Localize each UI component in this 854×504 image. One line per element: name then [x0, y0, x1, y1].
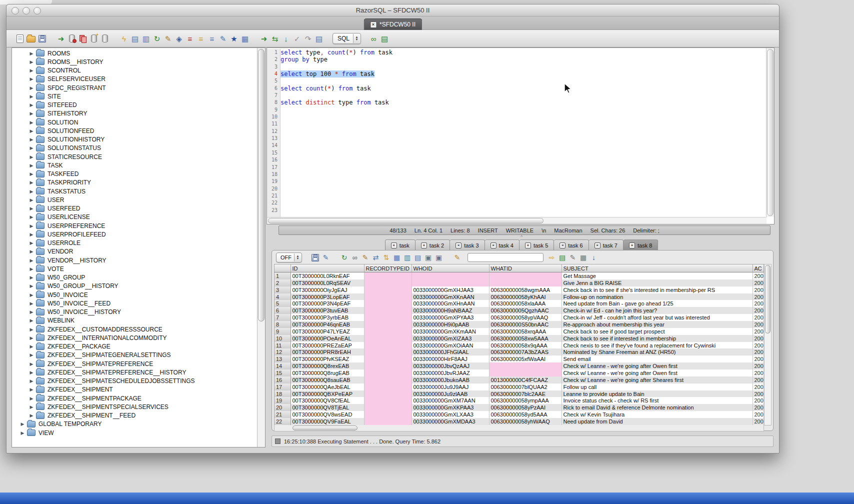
tab-task-8[interactable]: ×task 8: [624, 240, 658, 251]
disclosure-triangle-icon[interactable]: ▶: [28, 120, 35, 125]
row-number[interactable]: 20: [274, 404, 290, 411]
tree-vertical-scrollbar[interactable]: [257, 48, 265, 447]
editor-line[interactable]: [280, 92, 766, 99]
disclosure-triangle-icon[interactable]: ▶: [28, 180, 35, 185]
disclosure-triangle-icon[interactable]: ▶: [28, 362, 35, 366]
table-cell[interactable]: 0033000000GmXKPAA3: [412, 404, 489, 411]
table-cell[interactable]: 006300000058yd5AAA: [489, 411, 562, 418]
tree-item[interactable]: ▶SOLUTIONSTATUS: [12, 144, 258, 152]
fetch-button[interactable]: ↓: [280, 32, 292, 44]
row-number[interactable]: 17: [274, 384, 290, 390]
tree-item[interactable]: ▶USERPROFILEFEED: [12, 230, 258, 238]
table-cell[interactable]: 00630000005xfWaAAI: [489, 356, 562, 362]
editor-line[interactable]: [280, 106, 766, 114]
editor-horizontal-scrollbar[interactable]: [267, 217, 766, 224]
tree-item[interactable]: ▶W50_INVOICE: [12, 290, 258, 299]
disclosure-triangle-icon[interactable]: ▶: [28, 396, 35, 401]
disclosure-triangle-icon[interactable]: ▶: [28, 172, 35, 176]
editor-line[interactable]: [280, 150, 766, 156]
disclosure-triangle-icon[interactable]: ▶: [28, 68, 35, 73]
table-cell[interactable]: [364, 397, 412, 404]
export-data-button[interactable]: ▥: [140, 32, 152, 44]
edit-sql-button[interactable]: ✎: [218, 32, 228, 44]
disclosure-triangle-icon[interactable]: ▶: [28, 154, 35, 160]
tree-item[interactable]: ▶SOLUTIONHISTORY: [12, 136, 258, 144]
table-cell[interactable]: 0033000000GmXOiAAN: [412, 342, 489, 349]
tree-item[interactable]: ▶ZKFEDEX__SHIPMENT: [12, 386, 258, 394]
table-cell[interactable]: 0033000000JbvRJAAZ: [412, 370, 489, 376]
tree-item[interactable]: ▶ZKFEDEX__SHIPMATEPREFERENCE: [12, 360, 258, 368]
table-cell[interactable]: 200: [752, 294, 764, 300]
row-number[interactable]: 13: [274, 356, 290, 362]
table-cell[interactable]: Leanne to provide update to Bain: [562, 390, 752, 398]
tree-item[interactable]: ▶VENDOR: [12, 248, 258, 256]
open-file-button[interactable]: [26, 32, 36, 44]
table-cell[interactable]: [364, 376, 412, 384]
table-cell[interactable]: [489, 280, 562, 286]
table-cell[interactable]: 0033000000GmXIZAA3: [412, 335, 489, 342]
column-header[interactable]: RECORDTYPEID: [364, 264, 412, 272]
table-cell[interactable]: Check-in w/ Ed - can he join this year?: [562, 307, 752, 314]
sql-code-area[interactable]: select type, count(*) from taskgroup by …: [280, 49, 766, 217]
edit-cell-button[interactable]: ✎: [568, 252, 578, 263]
table-cell[interactable]: 00630000007blQUAA2: [489, 384, 562, 390]
table-cell[interactable]: 0033000000GmXKmAAN: [412, 328, 489, 335]
save-results-button[interactable]: [310, 252, 320, 263]
editor-line[interactable]: select distinct type from task: [280, 99, 766, 106]
goto-row-button[interactable]: ⇄: [370, 252, 381, 263]
disclosure-triangle-icon[interactable]: ▶: [28, 378, 35, 384]
tree-item[interactable]: ▶SITEFEED: [12, 101, 258, 110]
edit-record-button[interactable]: ✎: [360, 252, 370, 263]
table-cell[interactable]: 0033000000JbukoAAB: [412, 376, 489, 384]
disclosure-triangle-icon[interactable]: ▶: [28, 224, 35, 228]
table-cell[interactable]: 006300000058yKhAAI: [489, 294, 562, 300]
sort-rows-button[interactable]: ⇅: [381, 252, 392, 263]
row-number[interactable]: 18: [274, 390, 290, 398]
table-cell[interactable]: 00T3000000PRR8rEAH: [290, 348, 364, 356]
tree-item[interactable]: ▶TASKPRIORITY: [12, 178, 258, 187]
table-cell[interactable]: 200: [752, 390, 764, 398]
table-cell[interactable]: 0033000000GmXM7AAN: [412, 397, 489, 404]
table-cell[interactable]: 006300000058ypVAAQ: [489, 314, 562, 321]
table-cell[interactable]: Follow-up on nomination: [562, 294, 752, 300]
table-cell[interactable]: 00T3000000Q8rugEAB: [290, 370, 364, 376]
table-cell[interactable]: 00T3000000PREZaEAP: [290, 342, 364, 349]
table-cell[interactable]: [364, 328, 412, 335]
table-cell[interactable]: Invoice status check - check w/ RS first: [562, 397, 752, 404]
disclosure-triangle-icon[interactable]: ▶: [28, 275, 35, 280]
table-cell[interactable]: 0033000000GmXMDAA3: [412, 418, 489, 425]
close-icon[interactable]: ×: [391, 242, 397, 248]
disclosure-triangle-icon[interactable]: ▶: [28, 146, 35, 150]
row-number[interactable]: 11: [274, 342, 290, 349]
export-results-button[interactable]: ▤: [557, 252, 568, 263]
table-cell[interactable]: [489, 362, 562, 370]
disclosure-triangle-icon[interactable]: ▶: [28, 214, 35, 220]
tree-item[interactable]: ▶GLOBAL TEMPORARY: [12, 420, 258, 428]
table-cell[interactable]: 00T3000000P3LopEAF: [290, 294, 364, 300]
table-cell[interactable]: 200: [752, 362, 764, 370]
table-cell[interactable]: 200: [752, 370, 764, 376]
row-number[interactable]: 14: [274, 362, 290, 370]
titlebar[interactable]: RazorSQL – SFDCW50 II: [6, 4, 779, 16]
tree-item[interactable]: ▶ZKFEDEX__SHIPMENTPACKAGE: [12, 394, 258, 402]
search-next-button[interactable]: ⇨: [546, 252, 557, 263]
table-cell[interactable]: 200: [752, 321, 764, 328]
table-cell[interactable]: 200: [752, 356, 764, 362]
tree-item[interactable]: ▶STATICRESOURCE: [12, 152, 258, 161]
table-cell[interactable]: 0033000000GmXPYAA3: [412, 314, 489, 321]
tree-item[interactable]: ▶VENDOR__HISTORY: [12, 256, 258, 264]
tab-task-7[interactable]: ×task 7: [589, 240, 624, 251]
table-cell[interactable]: 00630000007blc2AAE: [489, 390, 562, 398]
row-number[interactable]: 5: [274, 300, 290, 307]
table-cell[interactable]: [412, 280, 489, 286]
disclosure-triangle-icon[interactable]: ▶: [28, 51, 35, 56]
table-cell[interactable]: [364, 272, 412, 280]
table-cell[interactable]: 006300000058yPzAAI: [489, 404, 562, 411]
table-cell[interactable]: 200: [752, 397, 764, 404]
limit-select[interactable]: OFF ▲▼: [276, 252, 302, 262]
tree-item[interactable]: ▶ZKFEDEX__SHIPMATESCHEDULEDJOBSSETTINGS: [12, 377, 258, 386]
table-cell[interactable]: 006300000058xrqAAA: [489, 328, 562, 335]
disclosure-triangle-icon[interactable]: ▶: [28, 94, 35, 99]
disclosure-triangle-icon[interactable]: ▶: [28, 258, 35, 263]
tree-item[interactable]: ▶SFDC_REGISTRANT: [12, 84, 258, 92]
